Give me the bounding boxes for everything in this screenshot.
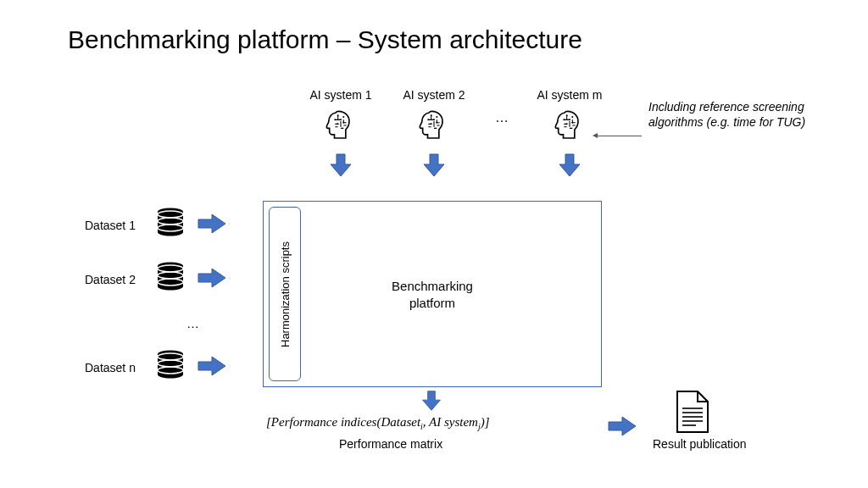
svg-point-4 [342, 116, 344, 118]
svg-point-9 [431, 123, 432, 125]
arrow-down-icon [328, 152, 353, 181]
arrow-right-icon [197, 213, 227, 238]
svg-point-16 [571, 116, 573, 118]
svg-point-10 [436, 116, 437, 118]
database-icon [156, 262, 185, 297]
svg-point-17 [571, 122, 573, 124]
platform-box: Harmonization scripts Benchmarkingplatfo… [263, 201, 602, 387]
ai-system-label: AI system m [537, 88, 602, 103]
annotation-text: Including reference screening algorithms… [648, 100, 818, 130]
svg-point-7 [427, 119, 429, 120]
dataset-row: Dataset 2 [85, 262, 227, 297]
svg-point-0 [337, 114, 339, 116]
svg-point-15 [566, 123, 568, 125]
dataset-label: Dataset n [85, 361, 144, 374]
svg-point-6 [431, 114, 432, 116]
svg-point-2 [340, 119, 342, 120]
arrow-right-icon [607, 415, 637, 441]
dataset-row: Dataset n [85, 350, 227, 385]
ai-system-col: AI system 1 [307, 88, 375, 181]
ellipsis: … [85, 316, 227, 331]
ai-system-label: AI system 1 [309, 88, 371, 103]
svg-point-5 [342, 122, 344, 124]
arrow-right-icon [197, 267, 227, 292]
dataset-label: Dataset 2 [85, 273, 144, 286]
brain-head-icon [417, 108, 451, 146]
svg-point-13 [563, 119, 565, 120]
dataset-label: Dataset 1 [85, 219, 144, 232]
svg-point-3 [337, 123, 339, 125]
result-publication-label: Result publication [653, 437, 747, 451]
document-icon [674, 390, 711, 437]
svg-point-12 [566, 114, 568, 116]
arrow-down-icon [420, 390, 443, 415]
harmonization-box: Harmonization scripts [269, 207, 301, 381]
platform-label: Benchmarkingplatform [392, 278, 473, 311]
database-icon [156, 208, 185, 243]
arrow-down-icon [421, 152, 447, 181]
database-icon [156, 350, 185, 385]
performance-formula: [Performance indices(Dataseti, AI system… [266, 415, 490, 431]
brain-head-icon [553, 108, 587, 146]
ellipsis: … [493, 88, 510, 125]
svg-point-8 [433, 119, 435, 120]
arrow-down-icon [557, 152, 582, 181]
arrow-right-icon [197, 355, 227, 380]
performance-matrix-label: Performance matrix [339, 437, 442, 451]
slide-title: Benchmarking platform – System architect… [68, 25, 582, 54]
svg-point-1 [334, 119, 336, 120]
ai-systems-row: AI system 1 AI system 2 … [307, 88, 604, 181]
svg-point-14 [569, 119, 570, 120]
ai-system-label: AI system 2 [403, 88, 465, 103]
harmonization-label: Harmonization scripts [279, 241, 292, 347]
datasets-column: Dataset 1 Dataset 2 [85, 208, 227, 385]
ai-system-col: AI system 2 [400, 88, 468, 181]
dataset-row: Dataset 1 [85, 208, 227, 243]
annotation-arrow [598, 136, 642, 136]
brain-head-icon [324, 108, 358, 146]
svg-point-11 [436, 122, 437, 124]
